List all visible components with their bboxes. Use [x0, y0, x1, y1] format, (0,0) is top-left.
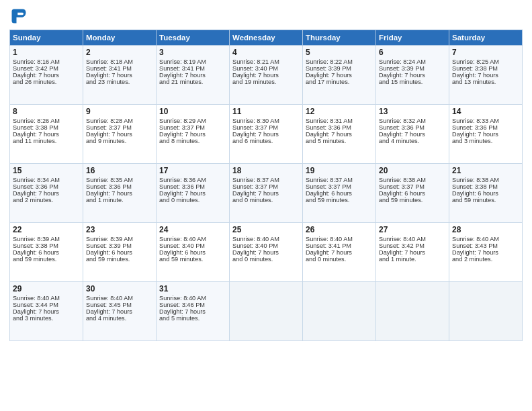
calendar-cell: 4Sunrise: 8:21 AMSunset: 3:40 PMDaylight… — [230, 46, 303, 105]
day-header-sunday: Sunday — [10, 30, 83, 46]
cell-line: and 59 minutes. — [379, 197, 446, 203]
cell-line: and 59 minutes. — [452, 197, 519, 203]
day-header-wednesday: Wednesday — [230, 30, 303, 46]
calendar-cell: 27Sunrise: 8:40 AMSunset: 3:42 PMDayligh… — [376, 223, 449, 282]
cell-line: and 19 minutes. — [232, 79, 300, 85]
cell-line: Sunrise: 8:19 AM — [159, 58, 226, 65]
cell-line: Sunset: 3:36 PM — [306, 124, 373, 131]
cell-line: Daylight: 7 hours — [379, 131, 446, 138]
cell-line: Sunset: 3:36 PM — [452, 124, 519, 131]
day-number: 17 — [159, 166, 226, 175]
cell-line: Daylight: 7 hours — [86, 190, 153, 197]
calendar-cell: 19Sunrise: 8:37 AMSunset: 3:37 PMDayligh… — [303, 164, 376, 223]
week-row-3: 22Sunrise: 8:39 AMSunset: 3:38 PMDayligh… — [10, 223, 523, 282]
cell-line: Sunset: 3:41 PM — [159, 65, 226, 72]
cell-line: Daylight: 7 hours — [232, 190, 300, 197]
cell-line: and 2 minutes. — [13, 197, 80, 203]
cell-line: Daylight: 7 hours — [13, 190, 80, 197]
day-number: 23 — [86, 225, 153, 234]
calendar-cell: 5Sunrise: 8:22 AMSunset: 3:39 PMDaylight… — [303, 46, 376, 105]
cell-line: Daylight: 7 hours — [306, 72, 373, 79]
cell-line: Sunrise: 8:40 AM — [159, 295, 226, 302]
cell-line: and 6 minutes. — [232, 138, 300, 144]
cell-line: Daylight: 7 hours — [232, 131, 300, 138]
cell-line: Sunset: 3:37 PM — [159, 124, 226, 131]
week-row-1: 8Sunrise: 8:26 AMSunset: 3:38 PMDaylight… — [10, 105, 523, 164]
day-number: 8 — [13, 107, 80, 116]
cell-line: Sunset: 3:39 PM — [379, 65, 446, 72]
cell-line: Sunrise: 8:30 AM — [232, 118, 300, 124]
cell-line: Sunset: 3:46 PM — [159, 302, 226, 308]
cell-line: Daylight: 7 hours — [452, 249, 519, 256]
calendar-cell: 28Sunrise: 8:40 AMSunset: 3:43 PMDayligh… — [449, 223, 523, 282]
cell-line: and 3 minutes. — [452, 138, 519, 144]
cell-line: Sunrise: 8:25 AM — [452, 58, 519, 65]
cell-line: Daylight: 7 hours — [86, 72, 153, 79]
cell-line: Sunrise: 8:22 AM — [306, 58, 373, 65]
calendar-cell: 9Sunrise: 8:28 AMSunset: 3:37 PMDaylight… — [83, 105, 157, 164]
cell-line: and 59 minutes. — [13, 256, 80, 263]
calendar-cell: 8Sunrise: 8:26 AMSunset: 3:38 PMDaylight… — [10, 105, 83, 164]
calendar-cell: 23Sunrise: 8:39 AMSunset: 3:39 PMDayligh… — [83, 223, 157, 282]
calendar-cell: 13Sunrise: 8:32 AMSunset: 3:36 PMDayligh… — [376, 105, 449, 164]
day-header-saturday: Saturday — [449, 30, 523, 46]
cell-line: Sunrise: 8:21 AM — [232, 58, 300, 65]
cell-line: and 1 minute. — [86, 197, 153, 203]
cell-line: Daylight: 7 hours — [13, 131, 80, 138]
cell-line: Sunset: 3:38 PM — [452, 65, 519, 72]
calendar-cell: 11Sunrise: 8:30 AMSunset: 3:37 PMDayligh… — [230, 105, 303, 164]
cell-line: and 26 minutes. — [13, 79, 80, 85]
cell-line: Sunset: 3:40 PM — [232, 65, 300, 72]
calendar-cell: 7Sunrise: 8:25 AMSunset: 3:38 PMDaylight… — [449, 46, 523, 105]
day-header-monday: Monday — [83, 30, 157, 46]
calendar-cell: 16Sunrise: 8:35 AMSunset: 3:36 PMDayligh… — [83, 164, 157, 223]
calendar-cell — [230, 282, 303, 341]
cell-line: Daylight: 7 hours — [379, 72, 446, 79]
cell-line: Sunset: 3:37 PM — [86, 124, 153, 131]
day-number: 6 — [379, 48, 446, 57]
cell-line: Daylight: 6 hours — [452, 190, 519, 197]
calendar-cell: 25Sunrise: 8:40 AMSunset: 3:40 PMDayligh… — [230, 223, 303, 282]
cell-line: and 21 minutes. — [159, 79, 226, 85]
cell-line: Sunset: 3:41 PM — [86, 65, 153, 72]
calendar-cell: 31Sunrise: 8:40 AMSunset: 3:46 PMDayligh… — [157, 282, 230, 341]
calendar-cell: 22Sunrise: 8:39 AMSunset: 3:38 PMDayligh… — [10, 223, 83, 282]
day-number: 28 — [452, 225, 519, 234]
cell-line: Daylight: 7 hours — [452, 72, 519, 79]
cell-line: Daylight: 7 hours — [86, 308, 153, 315]
cell-line: and 0 minutes. — [232, 256, 300, 263]
cell-line: Daylight: 7 hours — [159, 308, 226, 315]
cell-line: Daylight: 7 hours — [306, 249, 373, 256]
calendar-cell: 3Sunrise: 8:19 AMSunset: 3:41 PMDaylight… — [157, 46, 230, 105]
calendar-cell: 18Sunrise: 8:37 AMSunset: 3:37 PMDayligh… — [230, 164, 303, 223]
cell-line: Daylight: 7 hours — [13, 72, 80, 79]
logo-icon — [9, 7, 28, 26]
cell-line: Sunrise: 8:26 AM — [13, 118, 80, 124]
day-number: 22 — [13, 225, 80, 234]
week-row-4: 29Sunrise: 8:40 AMSunset: 3:44 PMDayligh… — [10, 282, 523, 341]
calendar-cell: 12Sunrise: 8:31 AMSunset: 3:36 PMDayligh… — [303, 105, 376, 164]
cell-line: and 4 minutes. — [86, 315, 153, 322]
cell-line: Daylight: 7 hours — [452, 131, 519, 138]
cell-line: Sunrise: 8:36 AM — [159, 177, 226, 183]
cell-line: Daylight: 6 hours — [306, 190, 373, 197]
cell-line: and 9 minutes. — [86, 138, 153, 144]
day-number: 7 — [452, 48, 519, 57]
cell-line: Sunset: 3:37 PM — [306, 183, 373, 190]
day-header-friday: Friday — [376, 30, 449, 46]
day-number: 31 — [159, 284, 226, 293]
cell-line: Sunset: 3:40 PM — [232, 242, 300, 249]
day-header-tuesday: Tuesday — [157, 30, 230, 46]
day-number: 19 — [306, 166, 373, 175]
cell-line: and 59 minutes. — [306, 197, 373, 203]
cell-line: and 5 minutes. — [159, 315, 226, 322]
day-number: 25 — [232, 225, 300, 234]
week-row-0: 1Sunrise: 8:16 AMSunset: 3:42 PMDaylight… — [10, 46, 523, 105]
cell-line: Daylight: 7 hours — [13, 308, 80, 315]
day-number: 2 — [86, 48, 153, 57]
day-number: 13 — [379, 107, 446, 116]
cell-line: and 1 minute. — [379, 256, 446, 263]
cell-line: Sunset: 3:36 PM — [159, 183, 226, 190]
header — [9, 7, 523, 26]
cell-line: Daylight: 7 hours — [379, 249, 446, 256]
